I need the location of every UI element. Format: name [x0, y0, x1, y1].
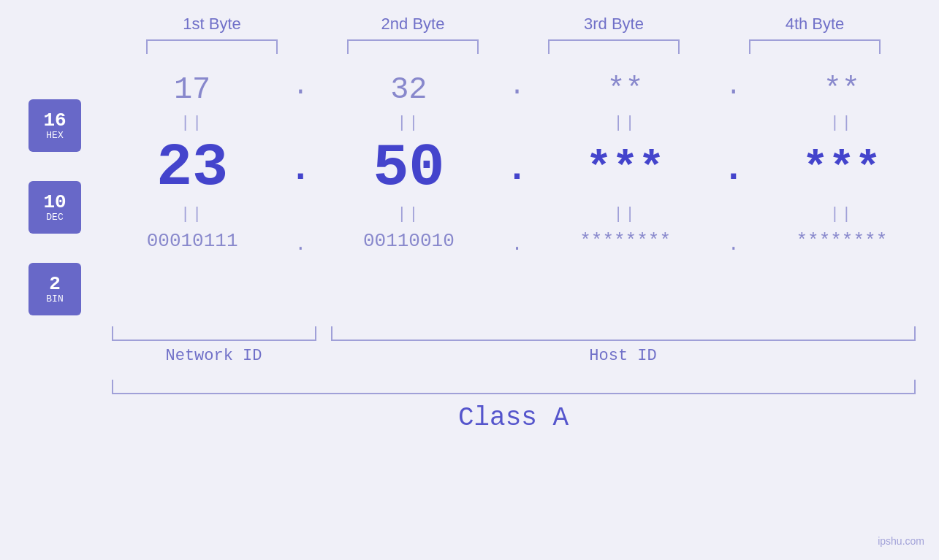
bin-cell-2: 00110010	[311, 226, 506, 263]
hex-val-2: 32	[390, 61, 427, 111]
bin-badge: 2 BIN	[28, 263, 81, 315]
bin-badge-label: BIN	[46, 294, 63, 304]
bottom-brackets-row	[112, 326, 916, 341]
full-bracket	[112, 380, 916, 394]
hex-val-3: **	[607, 61, 643, 111]
top-bracket-2	[313, 39, 514, 54]
dec-val-1: 23	[156, 135, 228, 202]
hex-badge-label: HEX	[46, 130, 63, 141]
host-bracket	[331, 326, 916, 341]
hex-dot-1: .	[289, 72, 311, 101]
bin-cell-1: 00010111	[95, 226, 289, 263]
bottom-area: Network ID Host ID Class A	[112, 326, 916, 433]
bin-cell-4: ********	[745, 226, 939, 263]
dec-row: 23 . 50 . *** . ***	[95, 135, 939, 202]
hex-cell-3: **	[528, 61, 723, 111]
network-bracket	[112, 326, 316, 341]
hex-cell-4: **	[745, 61, 939, 111]
dec-cell-2: 50	[311, 135, 506, 202]
class-label: Class A	[112, 403, 916, 433]
dec-cell-1: 23	[95, 135, 289, 202]
byte-labels-row: 1st Byte 2nd Byte 3rd Byte 4th Byte	[112, 15, 916, 39]
top-brackets-row	[112, 39, 916, 54]
byte-label-3: 3rd Byte	[514, 15, 715, 39]
hex-val-4: **	[824, 61, 860, 111]
top-bracket-1	[112, 39, 313, 54]
bin-row: 00010111 . 00110010 . ******** . *******…	[95, 226, 939, 263]
hex-dot-2: .	[506, 72, 528, 101]
values-area: 17 . 32 . ** . ** || ||	[95, 61, 939, 263]
equals-8: ||	[745, 202, 939, 226]
byte-label-4: 4th Byte	[715, 15, 916, 39]
hex-dot-3: .	[723, 72, 745, 101]
badges-column: 16 HEX 10 DEC 2 BIN	[0, 61, 95, 323]
bin-val-1: 00010111	[147, 226, 238, 263]
equals-6: ||	[311, 202, 506, 226]
bin-val-2: 00110010	[363, 226, 455, 263]
main-area: 16 HEX 10 DEC 2 BIN 17 .	[0, 61, 939, 323]
dec-cell-3: ***	[528, 143, 723, 194]
bin-badge-num: 2	[49, 275, 61, 294]
equals-7: ||	[528, 202, 723, 226]
dec-val-2: 50	[373, 135, 444, 202]
bin-dot-1: .	[289, 234, 311, 256]
dec-dot-3: .	[723, 148, 745, 190]
hex-badge-num: 16	[43, 111, 66, 130]
equals-5: ||	[95, 202, 289, 226]
dec-dot-2: .	[506, 148, 528, 190]
page-container: 1st Byte 2nd Byte 3rd Byte 4th Byte 16 H…	[0, 0, 939, 560]
equals-3: ||	[528, 111, 723, 135]
bin-val-4: ********	[796, 226, 887, 263]
dec-badge-label: DEC	[46, 212, 63, 223]
dec-badge-num: 10	[43, 193, 66, 212]
top-bracket-3	[514, 39, 715, 54]
byte-label-1: 1st Byte	[112, 15, 313, 39]
dec-dot-1: .	[289, 148, 311, 190]
bin-dot-2: .	[506, 234, 528, 256]
top-bracket-4	[715, 39, 916, 54]
dec-val-3: ***	[586, 143, 665, 194]
equals-4: ||	[745, 111, 939, 135]
equals-row-1: || || || ||	[95, 111, 939, 135]
host-id-label: Host ID	[331, 347, 916, 365]
hex-cell-2: 32	[311, 61, 506, 111]
equals-1: ||	[95, 111, 289, 135]
dec-cell-4: ***	[745, 143, 939, 194]
bin-cell-3: ********	[528, 226, 723, 263]
dec-val-4: ***	[802, 143, 881, 194]
dec-badge: 10 DEC	[28, 181, 81, 234]
hex-val-1: 17	[174, 61, 210, 111]
bin-val-3: ********	[579, 226, 671, 263]
hex-cell-1: 17	[95, 61, 289, 111]
network-id-label: Network ID	[112, 347, 316, 365]
equals-row-2: || || || ||	[95, 202, 939, 226]
hex-row: 17 . 32 . ** . **	[95, 61, 939, 111]
bin-dot-3: .	[723, 234, 745, 256]
byte-label-2: 2nd Byte	[313, 15, 514, 39]
full-bracket-row	[112, 380, 916, 394]
equals-2: ||	[311, 111, 506, 135]
bracket-labels-row: Network ID Host ID	[112, 347, 916, 365]
hex-badge: 16 HEX	[28, 99, 81, 152]
watermark: ipshu.com	[878, 535, 924, 547]
